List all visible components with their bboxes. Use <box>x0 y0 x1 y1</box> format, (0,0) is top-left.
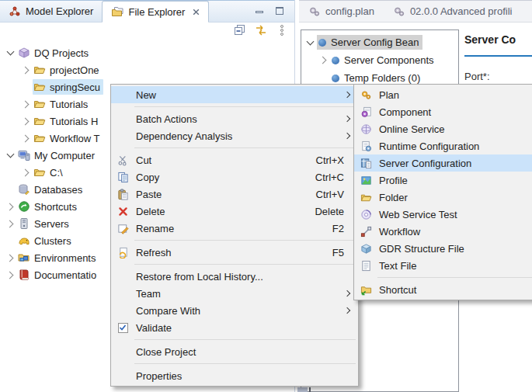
menu-item-dependency-analysis[interactable]: Dependency Analysis <box>111 127 358 144</box>
menu-separator <box>134 363 356 364</box>
close-icon[interactable] <box>193 9 200 16</box>
submenu-item-gdr-structure-file[interactable]: GDR Structure File <box>354 240 532 257</box>
submenu-item-runtime-configuration[interactable]: Runtime Configuration <box>354 137 532 154</box>
submenu-arrow-icon <box>343 291 353 296</box>
icon-spacer <box>116 287 130 300</box>
projects-cube-icon <box>18 47 30 59</box>
submenu-item-plan[interactable]: Plan <box>354 86 532 103</box>
server-configuration-icon <box>359 157 373 169</box>
menu-item-rename[interactable]: Rename F2 <box>111 220 358 237</box>
tab-label: File Explorer <box>128 6 185 18</box>
menu-item-validate[interactable]: Validate <box>111 319 358 336</box>
form-title: Server Co <box>464 33 532 46</box>
open-folder-icon <box>359 191 373 203</box>
menu-item-restore-from-local-history[interactable]: Restore from Local History... <box>111 268 358 285</box>
menu-item-batch-actions[interactable]: Batch Actions <box>111 110 358 127</box>
chevron-right-icon[interactable] <box>19 113 33 130</box>
chevron-right-icon[interactable] <box>19 95 33 113</box>
menu-item-cut[interactable]: Cut Ctrl+X <box>111 151 358 168</box>
profile-icon <box>359 174 373 186</box>
submenu-arrow-icon <box>343 308 353 313</box>
collapse-all-icon[interactable] <box>234 24 246 36</box>
menu-item-paste[interactable]: Paste Ctrl+V <box>111 186 358 203</box>
submenu-item-folder[interactable]: Folder <box>354 189 532 206</box>
tree-item-server-config-bean[interactable]: Server Config Bean <box>301 33 458 51</box>
chevron-down-icon[interactable] <box>4 44 17 61</box>
submenu-arrow-icon <box>343 116 353 121</box>
menu-item-close-project[interactable]: Close Project <box>111 343 358 360</box>
left-tabbar: Model Explorer File Explorer <box>0 0 294 23</box>
submenu-item-web-service-test[interactable]: Web Service Test <box>354 206 532 223</box>
submenu-item-workflow[interactable]: Workflow <box>354 223 532 240</box>
submenu-item-text-file[interactable]: Text File <box>354 257 532 274</box>
checked-checkbox-icon <box>116 321 130 334</box>
menu-separator <box>134 147 356 148</box>
tree-item-server-components[interactable]: Server Components <box>301 51 458 69</box>
chevron-right-icon[interactable] <box>4 249 17 266</box>
open-folder-icon <box>33 166 46 179</box>
computer-icon <box>18 149 30 161</box>
tree-label: Temp Folders (0) <box>344 72 420 84</box>
blue-bullet-icon <box>318 39 326 47</box>
plan-gears-icon <box>359 88 373 101</box>
submenu-item-server-configuration[interactable]: Server Configuration <box>354 154 532 172</box>
chevron-down-icon[interactable] <box>304 34 317 51</box>
tab-model-explorer[interactable]: Model Explorer <box>0 1 102 22</box>
copy-icon <box>116 171 130 183</box>
submenu-item-online-service[interactable]: Online Service <box>354 120 532 137</box>
scissors-icon <box>116 154 130 166</box>
workflow-icon <box>359 225 373 238</box>
horizontal-scrollbar-thumb[interactable] <box>297 387 308 392</box>
book-icon <box>18 269 30 281</box>
submenu-arrow-icon <box>343 92 353 97</box>
tab-file-explorer[interactable]: File Explorer <box>102 1 209 23</box>
menu-item-team[interactable]: Team <box>111 285 358 302</box>
plan-gears-icon <box>308 5 321 18</box>
chevron-right-icon[interactable] <box>19 164 33 181</box>
chevron-right-icon[interactable] <box>4 215 17 232</box>
minimize-icon[interactable] <box>256 11 263 13</box>
context-menu: New Batch Actions Dependency Analysis Cu… <box>110 84 359 387</box>
submenu-item-component[interactable]: Component <box>354 103 532 120</box>
submenu-item-profile[interactable]: Profile <box>354 172 532 189</box>
chevron-down-icon[interactable] <box>4 147 17 164</box>
web-service-icon <box>359 208 373 220</box>
link-with-editor-icon[interactable] <box>255 24 267 36</box>
icon-spacer <box>116 369 130 382</box>
application-window: Model Explorer File Explorer <box>0 0 532 392</box>
runtime-configuration-icon <box>359 140 373 152</box>
shortcut-text: F5 <box>332 247 344 258</box>
chevron-right-icon[interactable] <box>4 266 17 283</box>
chevron-right-icon[interactable] <box>19 61 33 78</box>
chevron-right-icon[interactable] <box>317 52 330 69</box>
menu-item-copy[interactable]: Copy Ctrl+C <box>111 168 358 186</box>
online-service-icon <box>359 123 373 135</box>
menu-item-new[interactable]: New <box>111 86 358 103</box>
open-folder-icon <box>33 64 46 76</box>
icon-spacer <box>116 130 130 142</box>
submenu-item-shortcut[interactable]: Shortcut <box>354 281 532 298</box>
view-menu-icon[interactable] <box>276 24 288 36</box>
icon-spacer <box>116 304 130 317</box>
view-window-buttons <box>256 7 283 15</box>
maximize-icon[interactable] <box>276 7 283 15</box>
tab-label: 02.0.0 Advanced profili <box>410 5 513 17</box>
tab-config-plan[interactable]: config.plan <box>299 1 384 22</box>
shortcut-folder-icon <box>359 283 373 296</box>
menu-separator <box>134 264 356 265</box>
shortcuts-globe-icon <box>18 200 30 213</box>
file-explorer-icon <box>111 5 123 18</box>
tree-item-projectone[interactable]: projectOne <box>0 61 293 78</box>
menu-item-refresh[interactable]: Refresh F5 <box>111 244 358 261</box>
tab-label: Model Explorer <box>26 5 93 17</box>
tree-item-dq-projects[interactable]: DQ Projects <box>0 44 293 61</box>
tab-advanced-profiling[interactable]: 02.0.0 Advanced profili <box>384 1 522 22</box>
menu-item-delete[interactable]: Delete Delete <box>111 203 358 220</box>
menu-item-properties[interactable]: Properties <box>111 367 358 384</box>
chevron-right-icon[interactable] <box>4 198 17 215</box>
title-underline <box>464 55 532 57</box>
chevron-right-icon[interactable] <box>19 130 33 147</box>
menu-separator <box>134 339 356 340</box>
menu-item-compare-with[interactable]: Compare With <box>111 302 358 319</box>
icon-spacer <box>116 113 130 125</box>
